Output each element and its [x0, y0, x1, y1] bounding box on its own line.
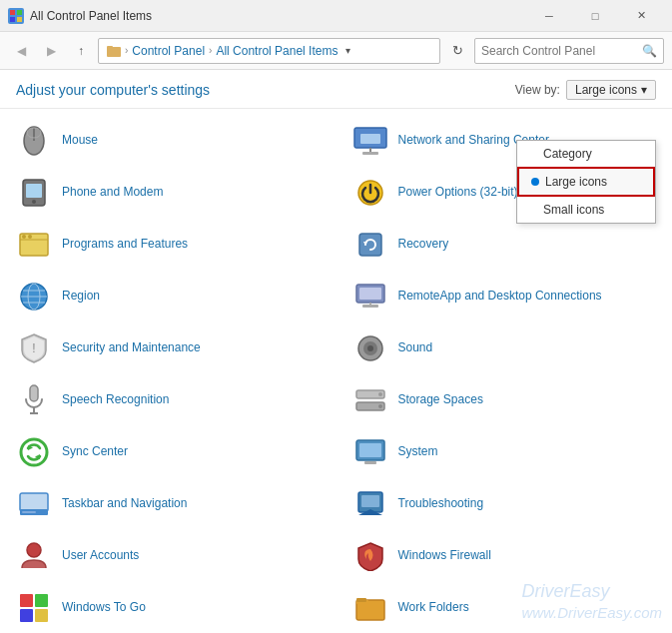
- globe-icon: [16, 279, 52, 315]
- sync-icon: [16, 434, 52, 470]
- item-label-mic: Speech Recognition: [62, 392, 169, 408]
- grid-item-mouse[interactable]: Mouse: [0, 115, 336, 167]
- path-dropdown-arrow[interactable]: ▾: [345, 45, 350, 56]
- dropdown-item-small-icons[interactable]: Small icons: [517, 197, 655, 223]
- svg-rect-30: [362, 305, 378, 308]
- svg-rect-1: [17, 10, 22, 15]
- dropdown-item-large-icons[interactable]: Large icons: [517, 167, 655, 197]
- svg-rect-56: [35, 594, 48, 607]
- item-label-recovery: Recovery: [398, 237, 449, 253]
- grid-item-workfolders[interactable]: Work Folders: [336, 582, 673, 633]
- path-all-items[interactable]: All Control Panel Items: [216, 44, 337, 58]
- grid-item-programs[interactable]: Programs and Features: [0, 219, 336, 271]
- item-label-workfolders: Work Folders: [398, 600, 469, 616]
- item-label-taskbar: Taskbar and Navigation: [62, 496, 187, 512]
- grid-item-mic[interactable]: Speech Recognition: [0, 374, 336, 426]
- storage-icon: [352, 382, 388, 418]
- forward-button[interactable]: ▶: [38, 38, 64, 64]
- workfolders-icon: [352, 590, 388, 626]
- back-button[interactable]: ◀: [8, 38, 34, 64]
- svg-rect-5: [107, 46, 113, 49]
- item-label-power: Power Options (32-bit): [398, 185, 518, 201]
- grid-item-remoteapp[interactable]: RemoteApp and Desktop Connections: [336, 271, 673, 322]
- remoteapp-icon: [352, 279, 388, 315]
- grid-item-user[interactable]: User Accounts: [0, 530, 336, 582]
- svg-point-20: [28, 235, 32, 239]
- svg-text:!: !: [32, 341, 35, 355]
- svg-rect-2: [10, 17, 15, 22]
- item-label-user: User Accounts: [62, 548, 139, 564]
- grid-item-windows[interactable]: Windows To Go: [0, 582, 336, 633]
- svg-rect-49: [20, 493, 48, 511]
- grid-item-shield[interactable]: !Security and Maintenance: [0, 322, 336, 374]
- grid-item-recovery[interactable]: Recovery: [336, 219, 673, 271]
- address-path[interactable]: › Control Panel › All Control Panel Item…: [98, 38, 440, 64]
- item-label-system: System: [398, 444, 438, 460]
- view-dropdown-menu: Category Large icons Small icons: [516, 140, 656, 224]
- close-button[interactable]: ✕: [618, 0, 664, 32]
- svg-rect-21: [359, 234, 381, 256]
- grid-item-system[interactable]: System: [336, 426, 673, 478]
- view-dropdown[interactable]: Large icons ▾: [566, 80, 656, 100]
- network-icon: [352, 123, 388, 159]
- item-label-phone: Phone and Modem: [62, 185, 163, 201]
- svg-point-54: [27, 543, 41, 557]
- grid-item-phone[interactable]: Phone and Modem: [0, 167, 336, 219]
- app-icon: [8, 8, 24, 24]
- grid-item-sync[interactable]: Sync Center: [0, 426, 336, 478]
- dropdown-item-category[interactable]: Category: [517, 141, 655, 167]
- refresh-button[interactable]: ↻: [444, 38, 470, 64]
- item-label-remoteapp: RemoteApp and Desktop Connections: [398, 289, 602, 305]
- power-icon: [352, 175, 388, 211]
- dropdown-label-category: Category: [543, 147, 592, 161]
- system-icon: [352, 434, 388, 470]
- dot-empty-small: [529, 206, 537, 214]
- grid-item-globe[interactable]: Region: [0, 271, 336, 322]
- item-label-storage: Storage Spaces: [398, 392, 483, 408]
- grid-item-winfirewall[interactable]: Windows Firewall: [336, 530, 673, 582]
- phone-icon: [16, 175, 52, 211]
- svg-rect-48: [364, 461, 376, 464]
- recovery-icon: [352, 227, 388, 263]
- svg-rect-29: [359, 288, 381, 300]
- minimize-button[interactable]: ─: [526, 0, 572, 32]
- dot-large-icons: [531, 178, 539, 186]
- address-bar: ◀ ▶ ↑ › Control Panel › All Control Pane…: [0, 32, 672, 70]
- window-title: All Control Panel Items: [30, 9, 152, 23]
- svg-point-19: [22, 235, 26, 239]
- grid-item-sound[interactable]: Sound: [336, 322, 673, 374]
- svg-rect-55: [20, 594, 33, 607]
- windows-icon: [16, 590, 52, 626]
- svg-rect-12: [362, 152, 378, 155]
- window-controls: ─ □ ✕: [526, 0, 664, 32]
- view-by-label: View by:: [515, 83, 560, 97]
- svg-rect-47: [359, 443, 381, 457]
- svg-point-42: [378, 404, 382, 408]
- item-label-sync: Sync Center: [62, 444, 128, 460]
- mouse-icon: [16, 123, 52, 159]
- item-label-globe: Region: [62, 289, 100, 305]
- taskbar-icon: [16, 486, 52, 522]
- item-label-shield: Security and Maintenance: [62, 340, 201, 356]
- svg-rect-61: [356, 598, 366, 602]
- path-control-panel[interactable]: Control Panel: [132, 44, 205, 58]
- grid-item-storage[interactable]: Storage Spaces: [336, 374, 673, 426]
- svg-point-35: [367, 345, 373, 351]
- svg-point-41: [378, 392, 382, 396]
- search-input[interactable]: [481, 44, 638, 58]
- up-button[interactable]: ↑: [68, 38, 94, 64]
- svg-rect-10: [360, 134, 380, 144]
- dropdown-label-large-icons: Large icons: [545, 175, 607, 189]
- maximize-button[interactable]: □: [572, 0, 618, 32]
- user-icon: [16, 538, 52, 574]
- grid-item-trouble[interactable]: Troubleshooting: [336, 478, 673, 530]
- shield-icon: !: [16, 330, 52, 366]
- path-separator-2: ›: [209, 45, 212, 56]
- grid-item-taskbar[interactable]: Taskbar and Navigation: [0, 478, 336, 530]
- winfirewall-icon: [352, 538, 388, 574]
- search-box[interactable]: 🔍: [474, 38, 664, 64]
- item-label-mouse: Mouse: [62, 133, 98, 149]
- search-icon: 🔍: [642, 44, 657, 58]
- view-dropdown-label: Large icons: [575, 83, 637, 97]
- svg-rect-14: [26, 184, 42, 198]
